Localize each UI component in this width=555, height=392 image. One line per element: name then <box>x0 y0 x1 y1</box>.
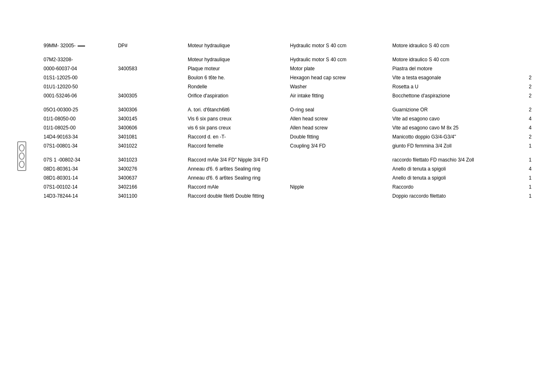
spacer-col <box>157 91 185 100</box>
svg-point-3 <box>19 161 24 168</box>
english-description <box>288 155 390 164</box>
english-description: Hexagon head cap screw <box>288 73 390 82</box>
spacer-col <box>157 73 185 82</box>
spacer-col <box>157 123 185 132</box>
quantity: 4 <box>520 114 534 123</box>
quantity: 1 <box>520 155 534 164</box>
part-number: 99MM- 32005- <box>41 41 115 50</box>
part-number: 05O1-00300-25 <box>41 105 115 114</box>
quantity: 2 <box>520 82 534 91</box>
french-description: Orifice d'aspiration <box>185 91 288 100</box>
table-row: 05O1-00300-253400306A. tori. d'6tanch6it… <box>41 105 534 114</box>
french-description: Raccord d. en -T- <box>185 132 288 141</box>
table-row: 99MM- 32005- DP#Moteur hydrauliqueHydrau… <box>41 41 534 50</box>
part-number: 07S1-00102-14 <box>41 182 115 191</box>
french-description: Moteur hydraulique <box>185 55 288 64</box>
spacer-col <box>157 164 185 173</box>
english-description: Double fitting <box>288 132 390 141</box>
french-description: Raccord femelle <box>185 141 288 150</box>
quantity <box>520 64 534 73</box>
italian-description: Vite ad esagono cavo M 8x 25 <box>390 123 520 132</box>
table-row: 01S1-12025-00Boulon 6 t6te he.Hexagon he… <box>41 73 534 82</box>
italian-description: raccordo filettato FD maschio 3/4 Zoll <box>390 155 520 164</box>
spacer-col <box>157 155 185 164</box>
quantity: 2 <box>520 105 534 114</box>
dp-number: 3400306 <box>115 105 157 114</box>
part-number: 0000-60037-04 <box>41 64 115 73</box>
spacer-col <box>157 114 185 123</box>
french-description: vis 6 six pans creux <box>185 123 288 132</box>
english-description: Washer <box>288 82 390 91</box>
part-number: 08D1-80301-14 <box>41 173 115 182</box>
spacer-col <box>157 82 185 91</box>
italian-description: Motore idraulico S 40 ccm <box>390 41 520 50</box>
part-number: 07S 1 -00802-34 <box>41 155 115 164</box>
part-number: 08D1-80361-34 <box>41 164 115 173</box>
english-description: Allen head screw <box>288 123 390 132</box>
svg-point-1 <box>19 145 24 151</box>
french-description: Boulon 6 t6te he. <box>185 73 288 82</box>
spacer-row <box>41 50 534 55</box>
spacer-col <box>157 182 185 191</box>
quantity: 2 <box>520 132 534 141</box>
dp-number: 3401022 <box>115 141 157 150</box>
table-row: 07S1-00102-143402166Raccord mAleNippleRa… <box>41 182 534 191</box>
table-row: 08D1-80301-143400637Anneau d'6. 6 ar6tes… <box>41 173 534 182</box>
part-number: 07S1-00801-34 <box>41 141 115 150</box>
table-row: 01I1-08050-003400145Vis 6 six pans creux… <box>41 114 534 123</box>
french-description: Plaque moteur <box>185 64 288 73</box>
english-description <box>288 191 390 201</box>
english-description: Coupling 3/4 FD <box>288 141 390 150</box>
dp-number <box>115 55 157 64</box>
part-number: 01S1-12025-00 <box>41 73 115 82</box>
quantity <box>520 41 534 50</box>
quantity: 4 <box>520 164 534 173</box>
binder-icon <box>16 140 28 173</box>
part-number: 01I1-08025-00 <box>41 123 115 132</box>
dash-mark <box>78 46 85 46</box>
french-description: Anneau d'6. 6 ar6tes Sealing ring <box>185 164 288 173</box>
french-description: Anneau d'6. 6 ar6tes Sealing ring <box>185 173 288 182</box>
dp-number: 3402166 <box>115 182 157 191</box>
french-description: Raccord mAle <box>185 182 288 191</box>
quantity: 2 <box>520 91 534 100</box>
table-row: 07S1-00801-343401022Raccord femelleCoupl… <box>41 141 534 150</box>
spacer-col <box>157 141 185 150</box>
english-description <box>288 164 390 173</box>
french-description: A. tori. d'6tanch6it6 <box>185 105 288 114</box>
spacer-col <box>157 105 185 114</box>
part-number: 14D4-90163-34 <box>41 132 115 141</box>
page-container: 99MM- 32005- DP#Moteur hydrauliqueHydrau… <box>0 0 555 392</box>
italian-description: Guarnizione OR <box>390 105 520 114</box>
svg-point-2 <box>19 153 24 159</box>
quantity: 1 <box>520 173 534 182</box>
italian-description: Vite ad esagono cavo <box>390 114 520 123</box>
french-description: Rondelle <box>185 82 288 91</box>
english-description: Air intake fitting <box>288 91 390 100</box>
italian-description: Anello di tenuta a spigoli <box>390 173 520 182</box>
dp-number: 3401023 <box>115 155 157 164</box>
dp-number: 3400583 <box>115 64 157 73</box>
italian-description: Raccordo <box>390 182 520 191</box>
english-description: Hydraulic motor S 40 ccm <box>288 55 390 64</box>
dp-number: 3400145 <box>115 114 157 123</box>
italian-description: Anello di tenuta a spigoli <box>390 164 520 173</box>
english-description: Motor plate <box>288 64 390 73</box>
part-number: 07M2-33208- <box>41 55 115 64</box>
dp-number: 3401100 <box>115 191 157 201</box>
spacer-row <box>41 100 534 105</box>
italian-description: Vite a testa esagonale <box>390 73 520 82</box>
italian-description: Manicotto doppio G3/4-G3/4" <box>390 132 520 141</box>
english-description: Hydraulic motor S 40 ccm <box>288 41 390 50</box>
italian-description: Motore idraulico S 40 ccm <box>390 55 520 64</box>
quantity: 4 <box>520 123 534 132</box>
table-row: 01U1-12020-50RondelleWasherRosetta a U2 <box>41 82 534 91</box>
spacer-col <box>157 191 185 201</box>
dp-number: 3401081 <box>115 132 157 141</box>
table-row: 0001-53246-063400305Orifice d'aspiration… <box>41 91 534 100</box>
part-number: 14D3-78244-14 <box>41 191 115 201</box>
italian-description: Rosetta a U <box>390 82 520 91</box>
dp-number <box>115 73 157 82</box>
dp-number: 3400606 <box>115 123 157 132</box>
content-area: 99MM- 32005- DP#Moteur hydrauliqueHydrau… <box>41 16 555 201</box>
